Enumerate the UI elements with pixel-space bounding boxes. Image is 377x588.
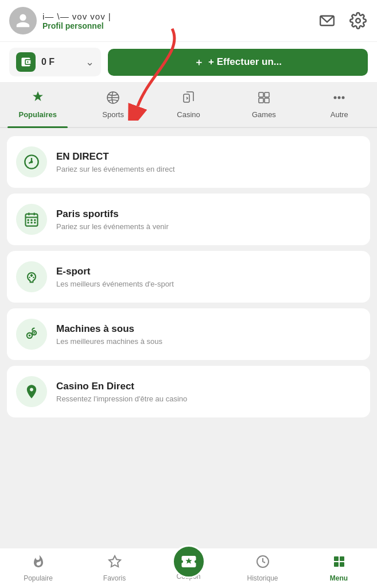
machines-icon [16,319,47,350]
svg-point-11 [30,161,33,164]
avatar[interactable] [9,7,37,34]
paris-sportifs-subtitle: Pariez sur les événements à venir [56,222,361,231]
e-sport-title: E-sport [56,266,361,277]
tab-populaires[interactable]: Populaires [0,87,75,122]
svg-point-9 [342,96,345,99]
tab-casino[interactable]: Casino [151,87,226,122]
header-user-info: i— \— vov vov | Profil personnel [42,11,111,30]
casino-direct-icon [16,376,47,407]
paris-sportifs-text: Paris sportifs Pariez sur les événements… [56,208,361,231]
en-direct-icon [16,146,47,177]
en-direct-title: EN DIRECT [56,151,361,163]
header-left: i— \— vov vov | Profil personnel [9,7,111,34]
clock-icon [256,555,270,572]
chevron-down-icon: ⌄ [85,56,94,68]
tab-games-label: Games [252,110,276,119]
nav-item-menu[interactable]: Menu [301,550,377,587]
nav-item-historique[interactable]: Historique [224,550,301,587]
tab-sports[interactable]: Sports [75,87,150,122]
balance-selector[interactable]: 0 F ⌄ [9,48,101,76]
tab-autre-label: Autre [331,110,348,119]
svg-point-0 [356,18,360,23]
message-icon[interactable] [317,11,337,30]
svg-point-28 [29,335,31,337]
nav-item-populaire[interactable]: Populaire [0,550,76,587]
tab-sports-label: Sports [102,110,124,119]
machines-text: Machines à sous Les meilleures machines … [56,323,361,346]
nav-favoris-label: Favoris [103,574,126,582]
star-icon [108,555,122,572]
dots-icon [332,91,346,108]
main-content: EN DIRECT Pariez sur les événements en d… [0,128,377,425]
svg-rect-34 [340,556,344,561]
tab-autre[interactable]: Autre [302,87,377,122]
deposit-label: + Effectuer un... [208,56,282,68]
nav-item-coupon[interactable]: Coupon [153,556,224,581]
flame-icon [32,555,45,572]
svg-rect-36 [340,562,344,567]
nav-menu-label: Menu [330,574,348,582]
svg-rect-35 [334,562,339,567]
cards-icon [182,91,196,108]
svg-point-29 [33,332,35,334]
e-sport-text: E-sport Les meilleurs événements d'e-spo… [56,266,361,288]
list-item-machines-a-sous[interactable]: Machines à sous Les meilleures machines … [7,308,370,360]
star-gear-icon [31,91,45,108]
coupon-circle[interactable] [172,545,205,578]
casino-direct-text: Casino En Direct Ressentez l'impression … [56,381,361,403]
machines-title: Machines à sous [56,323,361,335]
list-item-en-direct[interactable]: EN DIRECT Pariez sur les événements en d… [7,136,370,188]
list-item-paris-sportifs[interactable]: Paris sportifs Pariez sur les événements… [7,194,370,245]
paris-sportifs-icon [16,204,47,235]
nav-populaire-label: Populaire [24,574,53,582]
svg-rect-3 [259,92,263,97]
svg-rect-33 [334,556,339,561]
list-item-casino-en-direct[interactable]: Casino En Direct Ressentez l'impression … [7,366,370,417]
svg-rect-2 [184,94,189,102]
svg-point-8 [338,96,341,99]
list-item-e-sport[interactable]: E-sport Les meilleurs événements d'e-spo… [7,251,370,303]
balance-amount: 0 F [41,57,80,67]
casino-direct-subtitle: Ressentez l'impression d'être au casino [56,394,361,403]
svg-rect-6 [265,98,269,103]
dice-icon [257,91,271,108]
header-icons [317,11,368,30]
casino-direct-title: Casino En Direct [56,381,361,392]
svg-point-25 [33,277,34,278]
tabs-bar: Populaires Sports Casino [0,83,377,128]
deposit-button[interactable]: ＋ + Effectuer un... [108,49,368,76]
bottom-nav: Populaire Favoris Coupon Historique [0,548,377,588]
svg-point-7 [334,96,337,99]
grid-icon [332,555,346,572]
tab-populaires-label: Populaires [18,110,56,119]
en-direct-subtitle: Pariez sur les événements en direct [56,165,361,173]
en-direct-text: EN DIRECT Pariez sur les événements en d… [56,151,361,173]
settings-icon[interactable] [348,11,368,30]
machines-subtitle: Les meilleures machines à sous [56,337,361,346]
header: i— \— vov vov | Profil personnel [0,0,377,42]
e-sport-subtitle: Les meilleurs événements d'e-sport [56,280,361,288]
paris-sportifs-title: Paris sportifs [56,208,361,220]
svg-point-24 [29,277,30,278]
soccer-ball-icon [106,91,120,108]
header-username: i— \— vov vov | [42,11,111,21]
nav-item-favoris[interactable]: Favoris [76,550,153,587]
svg-marker-31 [109,556,121,567]
svg-rect-5 [259,98,263,103]
profile-label[interactable]: Profil personnel [42,21,111,30]
nav-historique-label: Historique [247,574,278,582]
e-sport-icon [16,261,47,292]
deposit-plus-icon: ＋ [194,56,204,69]
svg-rect-4 [265,92,269,97]
balance-bar: 0 F ⌄ ＋ + Effectuer un... [0,42,377,83]
tab-casino-label: Casino [177,110,200,119]
tab-games[interactable]: Games [226,87,301,122]
balance-wallet-icon [16,52,36,72]
